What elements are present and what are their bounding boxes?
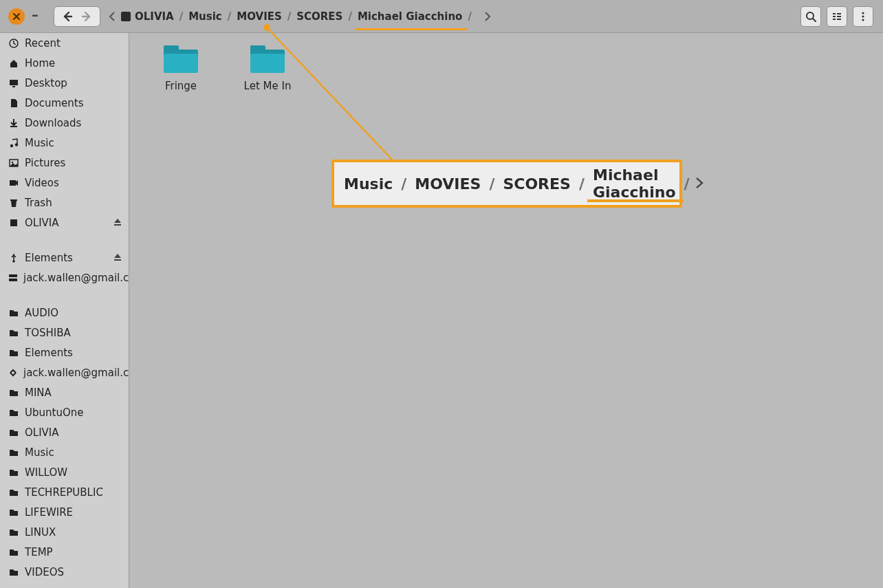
kebab-icon: [858, 11, 869, 22]
sidebar-item-label: Music: [25, 446, 54, 459]
sidebar-bookmark-linux[interactable]: LINUX: [0, 522, 129, 542]
svg-rect-21: [114, 224, 121, 226]
zoom-seg: MOVIES: [412, 162, 483, 205]
breadcrumb-seg-current[interactable]: Michael Giacchino: [356, 1, 464, 32]
desktop-icon: [8, 78, 19, 88]
disk-icon: [121, 12, 131, 21]
svg-point-17: [12, 161, 13, 162]
sidebar-bookmark-music[interactable]: Music: [0, 442, 129, 462]
sidebar-item-label: OLIVIA: [25, 217, 59, 229]
sidebar-item-music[interactable]: Music: [0, 133, 129, 153]
svg-rect-1: [833, 13, 836, 14]
svg-rect-18: [10, 180, 16, 186]
sidebar-item-home[interactable]: Home: [0, 53, 129, 73]
folder-icon: [8, 488, 19, 497]
sidebar-bookmark-mina[interactable]: MINA: [0, 382, 129, 402]
folder-icon: [8, 348, 19, 358]
eject-button[interactable]: [113, 252, 122, 264]
nav-forward-button[interactable]: [78, 8, 96, 25]
sidebar-item-trash[interactable]: Trash: [0, 193, 129, 213]
sidebar-item-network-gmail[interactable]: jack.wallen@gmail.com: [0, 268, 129, 287]
breadcrumb-label: SCORES: [296, 10, 342, 23]
music-icon: [8, 138, 19, 148]
sidebar-bookmark-olivia[interactable]: OLIVIA: [0, 422, 129, 442]
header-tools: [800, 6, 873, 27]
sidebar-item-label: Music: [25, 137, 54, 149]
breadcrumb-root[interactable]: OLIVIA: [120, 1, 175, 32]
sidebar-bookmark-willow[interactable]: WILLOW: [0, 462, 129, 482]
folder-icon: [8, 567, 19, 577]
sidebar: Recent Home Desktop Documents Downloads …: [0, 33, 129, 588]
breadcrumb-seg-music[interactable]: Music: [187, 1, 224, 32]
window-close-button[interactable]: [8, 8, 25, 25]
folder-icon: [8, 328, 19, 338]
sidebar-bookmark-techrepublic[interactable]: TECHREPUBLIC: [0, 482, 129, 502]
svg-rect-6: [837, 19, 841, 20]
sidebar-item-network-elements[interactable]: Elements: [0, 248, 129, 268]
sidebar-item-videos[interactable]: Videos: [0, 173, 129, 193]
trash-icon: [8, 198, 19, 208]
sidebar-item-label: TEMP: [25, 546, 53, 558]
zoom-caret: [695, 175, 704, 193]
svg-rect-13: [10, 126, 17, 127]
svg-point-15: [15, 143, 18, 146]
breadcrumb-prev-button[interactable]: [105, 12, 120, 21]
sidebar-bookmark-elements[interactable]: Elements: [0, 342, 129, 362]
zoom-sep: /: [678, 175, 695, 193]
sidebar-item-recent[interactable]: Recent: [0, 33, 129, 53]
sidebar-item-desktop[interactable]: Desktop: [0, 73, 129, 93]
sidebar-item-label: MINA: [25, 386, 52, 399]
folder-item[interactable]: Let Me In: [239, 45, 296, 92]
folder-item[interactable]: Fringe: [153, 45, 209, 92]
sidebar-bookmark-toshiba[interactable]: TOSHIBA: [0, 323, 129, 342]
sidebar-item-label: Trash: [25, 197, 52, 209]
sidebar-item-device-olivia[interactable]: OLIVIA: [0, 213, 129, 232]
sidebar-bookmark-audio[interactable]: AUDIO: [0, 303, 129, 323]
breadcrumb-seg-movies[interactable]: MOVIES: [235, 1, 283, 32]
nav-back-button[interactable]: [58, 8, 76, 25]
breadcrumb-next-button[interactable]: [480, 12, 495, 21]
list-view-icon: [831, 11, 842, 22]
svg-rect-4: [837, 13, 841, 14]
svg-rect-19: [10, 199, 17, 201]
sidebar-bookmark-lifewire[interactable]: LIFEWIRE: [0, 502, 129, 522]
annotation-zoom: Music / MOVIES / SCORES / Michael Giacch…: [331, 160, 682, 208]
nav-back-forward: [54, 6, 100, 27]
sidebar-item-label: LINUX: [25, 526, 56, 538]
sidebar-bookmark-temp[interactable]: TEMP: [0, 542, 129, 562]
zoom-sep: /: [395, 175, 412, 193]
content-pane[interactable]: Fringe Let Me In: [129, 33, 883, 588]
sidebar-bookmark-videos[interactable]: VIDEOS: [0, 562, 129, 582]
menu-button[interactable]: [853, 6, 873, 27]
sidebar-item-downloads[interactable]: Downloads: [0, 113, 129, 133]
sidebar-item-label: OLIVIA: [25, 426, 59, 439]
sidebar-item-documents[interactable]: Documents: [0, 93, 129, 113]
eject-button[interactable]: [113, 217, 122, 229]
window-minimize-button[interactable]: –: [32, 6, 39, 23]
folder-icon: [8, 428, 19, 437]
sidebar-item-label: VIDEOS: [25, 566, 64, 578]
breadcrumb-sep: /: [283, 10, 295, 23]
sidebar-item-label: Videos: [25, 177, 59, 189]
sidebar-item-label: Documents: [25, 97, 84, 109]
svg-rect-3: [833, 19, 836, 20]
folder-icon: [164, 45, 198, 73]
sidebar-item-label: jack.wallen@gmail.com: [23, 367, 129, 379]
window-controls: –: [8, 8, 39, 25]
view-toggle-button[interactable]: [827, 6, 847, 27]
sidebar-bookmark-ubuntuone[interactable]: UbuntuOne: [0, 402, 129, 422]
folder-icon: [8, 468, 19, 477]
sidebar-item-pictures[interactable]: Pictures: [0, 153, 129, 173]
sidebar-item-label: UbuntuOne: [25, 406, 83, 419]
folder-label: Fringe: [165, 80, 197, 92]
search-button[interactable]: [800, 6, 821, 27]
arrow-right-icon: [80, 10, 93, 23]
breadcrumb-seg-scores[interactable]: SCORES: [295, 1, 344, 32]
sidebar-bookmark-gmail[interactable]: jack.wallen@gmail.com: [0, 362, 129, 382]
svg-rect-23: [114, 259, 121, 261]
video-icon: [8, 178, 19, 188]
zoom-seg: Music: [341, 162, 395, 205]
clock-icon: [8, 39, 19, 48]
document-icon: [8, 98, 19, 108]
sidebar-item-label: Elements: [25, 252, 73, 264]
